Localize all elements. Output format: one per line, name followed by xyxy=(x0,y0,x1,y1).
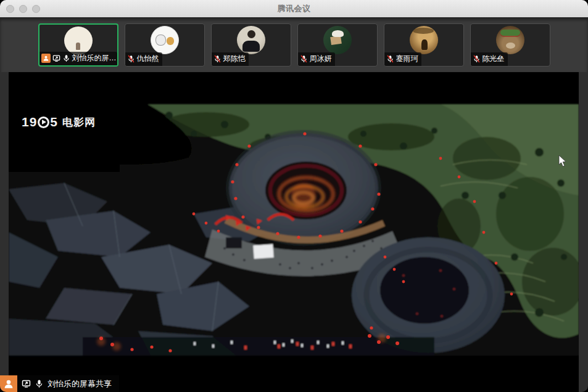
participant-thumbnail[interactable]: 仇怡然 xyxy=(125,23,205,67)
avatar xyxy=(323,26,352,54)
window-titlebar: 腾讯会议 xyxy=(0,0,588,17)
participant-name: 刘怡乐的屏… xyxy=(72,53,117,63)
host-badge-icon xyxy=(41,54,51,63)
avatar xyxy=(151,26,179,54)
share-banner-label: 刘怡乐的屏幕共享 xyxy=(48,378,112,390)
avatar xyxy=(496,26,524,54)
traffic-lights xyxy=(6,5,40,13)
screen-share-icon xyxy=(22,379,31,388)
participant-name: 周冰妍 xyxy=(310,54,332,64)
microphone-muted-icon xyxy=(213,55,222,63)
participant-name: 陈光垒 xyxy=(482,54,505,64)
screen-share-banner: 刘怡乐的屏幕共享 xyxy=(0,375,119,392)
watermark-1905-logo: 19 5 电影网 xyxy=(22,115,96,129)
microphone-icon xyxy=(35,379,44,388)
participant-nameplate: 郑陈恺 xyxy=(212,52,249,66)
watermark-digits: 19 xyxy=(22,115,37,129)
participant-name: 郑陈恺 xyxy=(223,54,246,64)
microphone-muted-icon xyxy=(386,55,394,63)
close-button[interactable] xyxy=(6,5,14,13)
participant-nameplate: 陈光垒 xyxy=(471,52,508,66)
participant-nameplate: 周冰妍 xyxy=(298,52,335,66)
participant-name: 仇怡然 xyxy=(137,54,159,64)
play-circle-icon xyxy=(38,116,49,128)
microphone-icon xyxy=(62,54,70,62)
participant-nameplate: 仇怡然 xyxy=(125,52,162,66)
avatar xyxy=(410,26,438,54)
avatar xyxy=(237,26,265,54)
participant-name: 蹇雨珂 xyxy=(396,54,418,64)
microphone-muted-icon xyxy=(127,55,135,63)
participant-thumbnail[interactable]: 蹇雨珂 xyxy=(384,23,464,67)
screen-share-icon xyxy=(52,54,60,62)
minimize-button[interactable] xyxy=(19,5,27,13)
host-badge-icon xyxy=(0,375,17,392)
shared-screen-stage: 19 5 电影网 xyxy=(9,72,579,392)
participant-thumbnail[interactable]: 陈光垒 xyxy=(470,23,550,67)
participant-thumbnail[interactable]: 周冰妍 xyxy=(297,23,378,67)
watermark-digits: 5 xyxy=(50,115,58,129)
participant-nameplate: 蹇雨珂 xyxy=(384,52,421,66)
watermark-label: 电影网 xyxy=(62,115,96,129)
participant-thumbnail[interactable]: 刘怡乐的屏… xyxy=(38,23,118,67)
meeting-window: 腾讯会议 刘怡乐的屏… xyxy=(0,0,588,392)
participant-thumbnail[interactable]: 郑陈恺 xyxy=(211,23,291,67)
avatar xyxy=(64,27,93,55)
participant-nameplate: 刘怡乐的屏… xyxy=(39,52,117,65)
window-title: 腾讯会议 xyxy=(278,3,311,14)
participant-strip: 刘怡乐的屏… 仇怡然 xyxy=(0,17,588,72)
microphone-muted-icon xyxy=(473,55,481,63)
microphone-muted-icon xyxy=(300,55,308,63)
mouse-cursor-icon xyxy=(558,155,567,168)
share-banner-body: 刘怡乐的屏幕共享 xyxy=(17,375,119,392)
zoom-button[interactable] xyxy=(32,5,40,13)
